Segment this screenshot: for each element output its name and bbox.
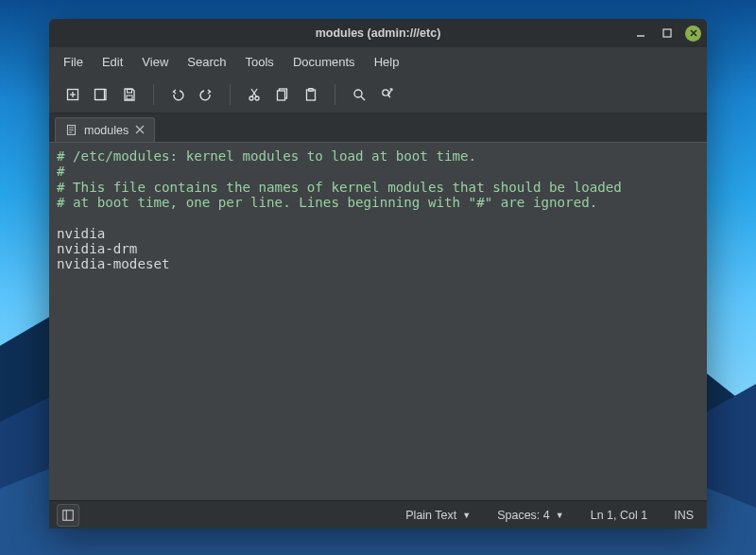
svg-rect-11 [95, 89, 105, 99]
new-file-icon [65, 87, 80, 102]
statusbar: Plain Text ▼ Spaces: 4 ▼ Ln 1, Col 1 INS [49, 500, 707, 529]
svg-point-24 [383, 89, 388, 95]
status-position[interactable]: Ln 1, Col 1 [591, 509, 647, 522]
chevron-down-icon: ▼ [556, 511, 564, 520]
status-indent[interactable]: Spaces: 4 ▼ [497, 509, 564, 522]
menu-edit[interactable]: Edit [94, 51, 131, 73]
svg-rect-13 [128, 89, 132, 93]
titlebar[interactable]: modules (admin:///etc) [49, 19, 707, 47]
menu-file[interactable]: File [55, 51, 92, 73]
svg-rect-12 [127, 95, 132, 99]
save-icon [122, 87, 137, 102]
cut-button[interactable] [240, 80, 268, 109]
toolbar [49, 76, 707, 113]
open-icon [94, 87, 109, 102]
toolbar-sep [230, 84, 231, 105]
svg-rect-33 [63, 510, 74, 520]
undo-button[interactable] [163, 80, 192, 109]
tab-label: modules [84, 124, 129, 137]
editor-area[interactable]: # /etc/modules: kernel modules to load a… [49, 142, 707, 500]
status-position-label: Ln 1, Col 1 [591, 509, 647, 522]
menu-view[interactable]: View [133, 51, 177, 73]
svg-rect-19 [278, 91, 285, 100]
cut-icon [247, 87, 262, 102]
copy-button[interactable] [268, 80, 297, 109]
svg-rect-4 [663, 29, 671, 37]
chevron-down-icon: ▼ [462, 511, 471, 520]
undo-icon [170, 87, 185, 102]
tabstrip: modules [49, 113, 707, 142]
window-controls [632, 19, 701, 47]
editor-window: modules (admin:///etc) File Edit View Se… [49, 19, 707, 529]
search-button[interactable] [345, 80, 373, 109]
status-indent-label: Spaces: 4 [497, 509, 550, 522]
new-file-button[interactable] [59, 80, 87, 109]
redo-icon [198, 87, 214, 102]
menubar: File Edit View Search Tools Documents He… [49, 47, 707, 76]
svg-point-22 [354, 90, 362, 97]
replace-icon [380, 87, 395, 102]
side-panel-toggle[interactable] [57, 504, 79, 527]
maximize-button[interactable] [659, 25, 676, 42]
menu-search[interactable]: Search [179, 51, 234, 73]
menu-help[interactable]: Help [366, 51, 408, 73]
document-icon [65, 124, 77, 136]
paste-button[interactable] [297, 80, 325, 109]
tab-modules[interactable]: modules [55, 117, 155, 142]
minimize-button[interactable] [632, 25, 649, 42]
panel-icon [61, 509, 75, 522]
status-language[interactable]: Plain Text ▼ [405, 509, 471, 522]
redo-button[interactable] [192, 80, 220, 109]
status-insert-label: INS [674, 509, 694, 522]
tab-close-icon[interactable] [135, 124, 145, 137]
close-button[interactable] [685, 26, 701, 42]
menu-tools[interactable]: Tools [237, 51, 283, 73]
status-language-label: Plain Text [405, 509, 456, 522]
paste-icon [303, 87, 318, 102]
copy-icon [275, 87, 290, 102]
svg-line-23 [361, 96, 365, 100]
replace-button[interactable] [373, 80, 402, 109]
status-insert-mode[interactable]: INS [674, 509, 694, 522]
toolbar-sep [335, 84, 335, 105]
open-button[interactable] [87, 80, 115, 109]
search-icon [352, 87, 367, 102]
menu-documents[interactable]: Documents [284, 51, 364, 73]
window-title: modules (admin:///etc) [316, 26, 441, 40]
save-button[interactable] [115, 80, 144, 109]
toolbar-sep [153, 84, 154, 105]
